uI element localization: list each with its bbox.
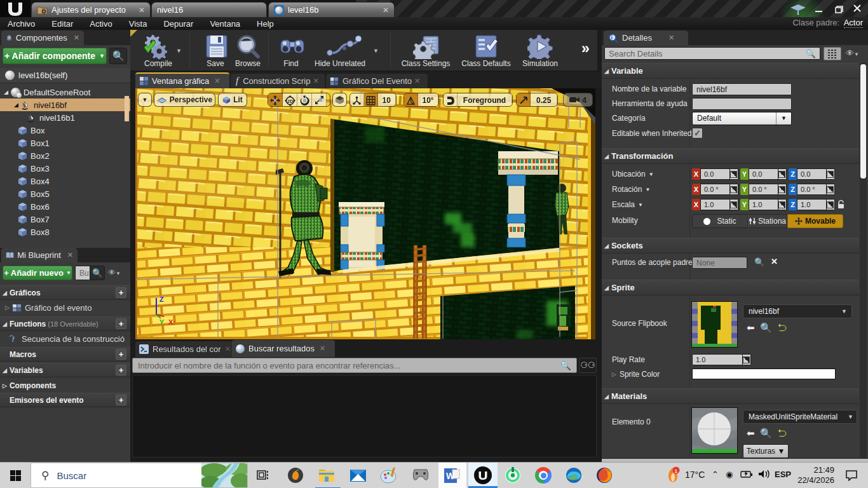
svg-text:2D: 2D [287, 99, 293, 104]
svg-text:Z: Z [159, 295, 164, 303]
svg-text:f: f [12, 336, 15, 343]
svg-text:1: 1 [675, 468, 678, 474]
svg-text:i: i [611, 34, 613, 41]
svg-text:X:: X: [168, 318, 175, 326]
svg-text:Y: Y [159, 318, 165, 326]
svg-text:W: W [446, 471, 455, 481]
